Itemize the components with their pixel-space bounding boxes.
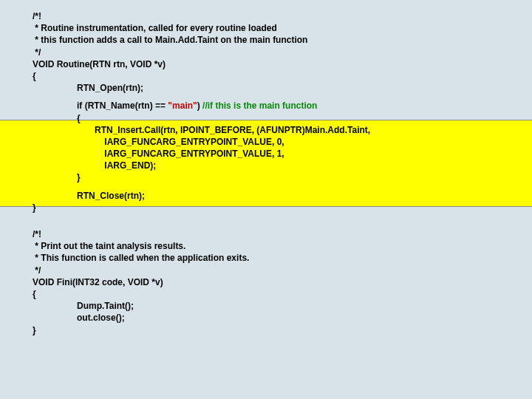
rtn-insert-arg: IARG_FUNCARG_ENTRYPOINT_VALUE, 1,	[33, 148, 511, 160]
rtn-insert-call: RTN_Insert.Call(rtn, IPOINT_BEFORE, (AFU…	[33, 124, 511, 136]
rtn-open-call: RTN_Open(rtn);	[33, 82, 511, 94]
inline-comment: //if this is the main function	[202, 100, 317, 111]
fini-signature: VOID Fini(INT32 code, VOID *v)	[33, 276, 511, 288]
if-main-check: if (RTN_Name(rtn) == "main") //if this i…	[33, 100, 511, 112]
brace-open: {	[33, 70, 511, 82]
rtn-close-call: RTN_Close(rtn);	[33, 190, 511, 202]
rtn-insert-arg: IARG_END);	[33, 160, 511, 171]
out-close-call: out.close();	[33, 312, 511, 324]
code-content: /*! * Routine instrumentation, called fo…	[33, 10, 511, 336]
comment-line: * Routine instrumentation, called for ev…	[33, 22, 511, 34]
string-literal: "main"	[168, 100, 197, 111]
brace-close: }	[33, 202, 511, 214]
dump-taint-call: Dump.Taint();	[33, 300, 511, 312]
routine-signature: VOID Routine(RTN rtn, VOID *v)	[33, 58, 511, 70]
comment-line: */	[33, 47, 511, 58]
comment-line: /*!	[33, 10, 511, 22]
comment-line: * This function is called when the appli…	[33, 252, 511, 264]
comment-line: * this function adds a call to Main.Add.…	[33, 34, 511, 46]
if-paren-close: )	[197, 100, 202, 111]
brace-open: {	[33, 288, 511, 300]
if-prefix: if (RTN_Name(rtn) ==	[77, 100, 168, 111]
code-slide: /*! * Routine instrumentation, called fo…	[0, 0, 532, 399]
brace-close: }	[33, 324, 511, 336]
if-brace-open: {	[33, 112, 511, 124]
comment-line: * Print out the taint analysis results.	[33, 240, 511, 252]
if-brace-close: }	[33, 171, 511, 183]
comment-line: */	[33, 265, 511, 276]
rtn-insert-arg: IARG_FUNCARG_ENTRYPOINT_VALUE, 0,	[33, 136, 511, 148]
comment-line: /*!	[33, 228, 511, 240]
